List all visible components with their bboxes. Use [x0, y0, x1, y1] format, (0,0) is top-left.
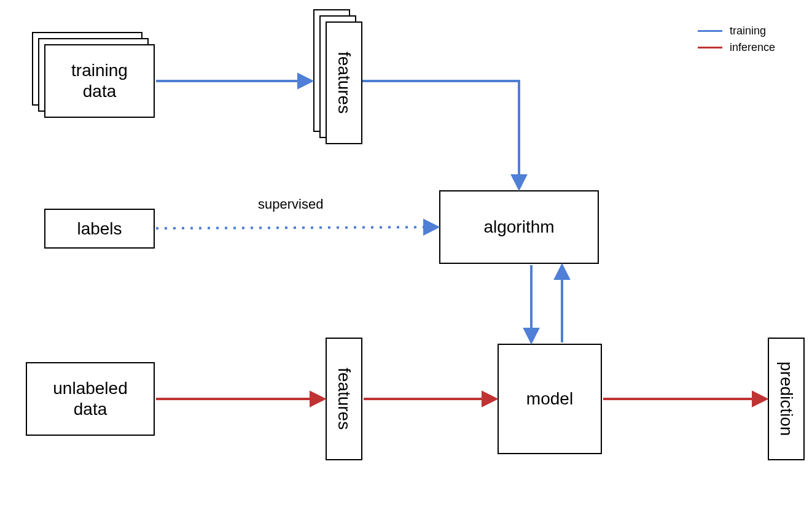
unlabeled-data-label: unlabeled data	[53, 378, 127, 419]
prediction-label: prediction	[776, 361, 797, 436]
training-data-label: training data	[71, 60, 128, 101]
features-bottom-label: features	[334, 368, 354, 430]
unlabeled-data-box: unlabeled data	[26, 362, 155, 436]
features-bottom-box: features	[326, 338, 362, 460]
legend: training inference	[698, 25, 775, 58]
model-label: model	[526, 388, 573, 409]
algorithm-label: algorithm	[483, 217, 554, 238]
ml-pipeline-diagram: training data features labels algorithm …	[0, 0, 812, 518]
legend-training: training	[698, 25, 775, 37]
legend-inference-label: inference	[730, 41, 775, 54]
labels-box: labels	[44, 209, 155, 249]
edge-labels-algorithm	[156, 227, 437, 228]
prediction-box: prediction	[768, 338, 805, 460]
labels-label: labels	[77, 218, 122, 239]
training-data-box: training data	[44, 44, 155, 118]
legend-inference-swatch	[698, 47, 722, 48]
edge-features-algorithm	[362, 81, 519, 188]
features-top-box: features	[326, 21, 362, 144]
features-top-label: features	[334, 52, 354, 114]
legend-inference: inference	[698, 41, 775, 54]
legend-training-label: training	[730, 25, 766, 37]
model-box: model	[498, 344, 602, 454]
algorithm-box: algorithm	[439, 190, 599, 264]
legend-training-swatch	[698, 30, 722, 32]
supervised-edge-label: supervised	[258, 196, 323, 212]
